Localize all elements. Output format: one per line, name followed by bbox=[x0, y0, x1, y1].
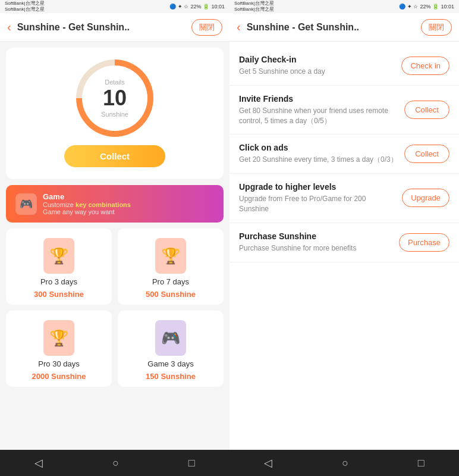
details-label: Details bbox=[105, 79, 125, 86]
left-status-icons: 🔵 ✦ ☆ 22% 🔋 10:01 bbox=[169, 4, 225, 10]
game-banner[interactable]: 🎮 Game Customize key combinations Game a… bbox=[6, 185, 224, 223]
pro30-price: 2000 Sunshine bbox=[32, 372, 86, 381]
reward-item-pro7[interactable]: 🏆 Pro 7 days 500 Sunshine bbox=[118, 228, 224, 305]
right-top-bar: ‹ Sunshine - Get Sunshin.. 關閉 bbox=[230, 13, 459, 42]
right-status-bar: SoftBank|台灣之星 SoftBank|台灣之星 🔵 ✦ ☆ 22% 🔋 … bbox=[230, 0, 459, 13]
earn-title-upgrade-levels: Upgrade to higher levels bbox=[239, 182, 396, 192]
right-nav-back-icon[interactable]: ◁ bbox=[264, 456, 272, 469]
pro30-icon: 🏆 bbox=[43, 320, 74, 356]
rewards-grid: 🏆 Pro 3 days 300 Sunshine 🏆 Pro 7 days 5… bbox=[6, 228, 224, 387]
pro7-name: Pro 7 days bbox=[152, 277, 189, 286]
sunshine-circle-inner: Details 10 Sunshine bbox=[82, 65, 147, 131]
pro7-icon: 🏆 bbox=[155, 238, 186, 274]
earn-title-daily-checkin: Daily Check-in bbox=[239, 55, 395, 64]
reward-item-game3[interactable]: 🎮 Game 3 days 150 Sunshine bbox=[118, 311, 224, 387]
earn-action-btn-purchase-sunshine[interactable]: Purchase bbox=[399, 233, 449, 252]
earn-desc-click-ads: Get 20 Sunshine every time, 3 times a da… bbox=[239, 155, 398, 165]
sunshine-card: Details 10 Sunshine Collect bbox=[6, 48, 224, 179]
nav-recent-icon[interactable]: □ bbox=[188, 457, 195, 469]
left-page-title: Sunshine - Get Sunshin.. bbox=[17, 22, 191, 33]
earn-item-purchase-sunshine: Purchase Sunshine Purchase Sunshine for … bbox=[230, 223, 459, 262]
game-icon: 🎮 bbox=[15, 193, 37, 215]
right-nav-bar: ◁ ○ □ bbox=[230, 450, 459, 476]
game3-icon: 🎮 bbox=[155, 320, 186, 356]
pro7-price: 500 Sunshine bbox=[146, 290, 196, 299]
earn-title-click-ads: Click on ads bbox=[239, 143, 398, 152]
right-status-icons: 🔵 ✦ ☆ 22% 🔋 10:01 bbox=[399, 4, 454, 10]
right-main-content: Daily Check-in Get 5 Sunshine once a day… bbox=[230, 42, 459, 450]
nav-back-icon[interactable]: ◁ bbox=[34, 456, 43, 469]
game-banner-text: Game Customize key combinations Game any… bbox=[43, 192, 131, 215]
pro3-price: 300 Sunshine bbox=[34, 290, 84, 299]
left-close-button[interactable]: 關閉 bbox=[191, 19, 222, 36]
earn-text-click-ads: Click on ads Get 20 Sunshine every time,… bbox=[239, 143, 398, 165]
earn-text-invite-friends: Invite Friends Get 80 Sunshine when your… bbox=[239, 94, 398, 126]
game3-price: 150 Sunshine bbox=[146, 372, 196, 381]
earn-action-btn-click-ads[interactable]: Collect bbox=[404, 145, 449, 163]
sunshine-unit: Sunshine bbox=[101, 111, 128, 118]
pro3-name: Pro 3 days bbox=[40, 277, 77, 286]
left-status-bar: SoftBank|台灣之星 SoftBank|台灣之星 🔵 ✦ ☆ 22% 🔋 … bbox=[0, 0, 230, 13]
game-banner-subtitle: Customize key combinations bbox=[43, 201, 131, 208]
earn-text-purchase-sunshine: Purchase Sunshine Purchase Sunshine for … bbox=[239, 231, 393, 253]
right-nav-recent-icon[interactable]: □ bbox=[418, 457, 425, 469]
reward-item-pro3[interactable]: 🏆 Pro 3 days 300 Sunshine bbox=[6, 228, 112, 305]
game-title-text: Game bbox=[43, 192, 64, 201]
game-banner-description: Game any way you want bbox=[43, 208, 131, 215]
earn-text-upgrade-levels: Upgrade to higher levels Upgrade from Fr… bbox=[239, 182, 396, 214]
earn-desc-daily-checkin: Get 5 Sunshine once a day bbox=[239, 67, 395, 77]
earn-item-click-ads: Click on ads Get 20 Sunshine every time,… bbox=[230, 134, 459, 174]
left-panel: SoftBank|台灣之星 SoftBank|台灣之星 🔵 ✦ ☆ 22% 🔋 … bbox=[0, 0, 230, 476]
pro30-name: Pro 30 days bbox=[38, 359, 79, 368]
earn-item-invite-friends: Invite Friends Get 80 Sunshine when your… bbox=[230, 86, 459, 135]
game-banner-title: Game bbox=[43, 192, 131, 201]
left-top-bar: ‹ Sunshine - Get Sunshin.. 關閉 bbox=[0, 13, 230, 42]
earn-desc-purchase-sunshine: Purchase Sunshine for more benefits bbox=[239, 243, 393, 253]
earn-item-upgrade-levels: Upgrade to higher levels Upgrade from Fr… bbox=[230, 174, 459, 223]
right-page-title: Sunshine - Get Sunshin.. bbox=[247, 22, 421, 33]
earn-title-purchase-sunshine: Purchase Sunshine bbox=[239, 231, 393, 241]
right-panel: SoftBank|台灣之星 SoftBank|台灣之星 🔵 ✦ ☆ 22% 🔋 … bbox=[230, 0, 459, 476]
earn-text-daily-checkin: Daily Check-in Get 5 Sunshine once a day bbox=[239, 55, 395, 77]
nav-home-icon[interactable]: ○ bbox=[112, 457, 119, 469]
key-highlight: key combinations bbox=[76, 201, 131, 208]
sunshine-progress-circle: Details 10 Sunshine bbox=[76, 60, 153, 137]
earn-action-btn-daily-checkin[interactable]: Check in bbox=[401, 57, 449, 75]
earn-action-btn-upgrade-levels[interactable]: Upgrade bbox=[402, 189, 449, 207]
left-main-content: Details 10 Sunshine Collect 🎮 Game Custo… bbox=[0, 42, 230, 450]
sunshine-amount: 10 bbox=[103, 86, 127, 111]
right-close-button[interactable]: 關閉 bbox=[421, 19, 452, 36]
left-back-button[interactable]: ‹ bbox=[7, 20, 11, 34]
left-nav-bar: ◁ ○ □ bbox=[0, 450, 230, 476]
right-carrier: SoftBank|台灣之星 SoftBank|台灣之星 bbox=[234, 1, 274, 12]
earn-desc-upgrade-levels: Upgrade from Free to Pro/Game for 200 Su… bbox=[239, 194, 396, 214]
right-back-button[interactable]: ‹ bbox=[237, 20, 241, 34]
right-nav-home-icon[interactable]: ○ bbox=[342, 457, 348, 469]
earn-title-invite-friends: Invite Friends bbox=[239, 94, 398, 104]
earn-desc-invite-friends: Get 80 Sunshine when your friend uses re… bbox=[239, 106, 398, 126]
pro3-icon: 🏆 bbox=[43, 238, 74, 274]
earn-action-btn-invite-friends[interactable]: Collect bbox=[404, 101, 449, 119]
game3-name: Game 3 days bbox=[147, 359, 193, 368]
reward-item-pro30[interactable]: 🏆 Pro 30 days 2000 Sunshine bbox=[6, 311, 112, 387]
left-carrier: SoftBank|台灣之星 SoftBank|台灣之星 bbox=[5, 1, 45, 12]
left-collect-button[interactable]: Collect bbox=[64, 145, 165, 167]
earn-item-daily-checkin: Daily Check-in Get 5 Sunshine once a day… bbox=[230, 46, 459, 86]
